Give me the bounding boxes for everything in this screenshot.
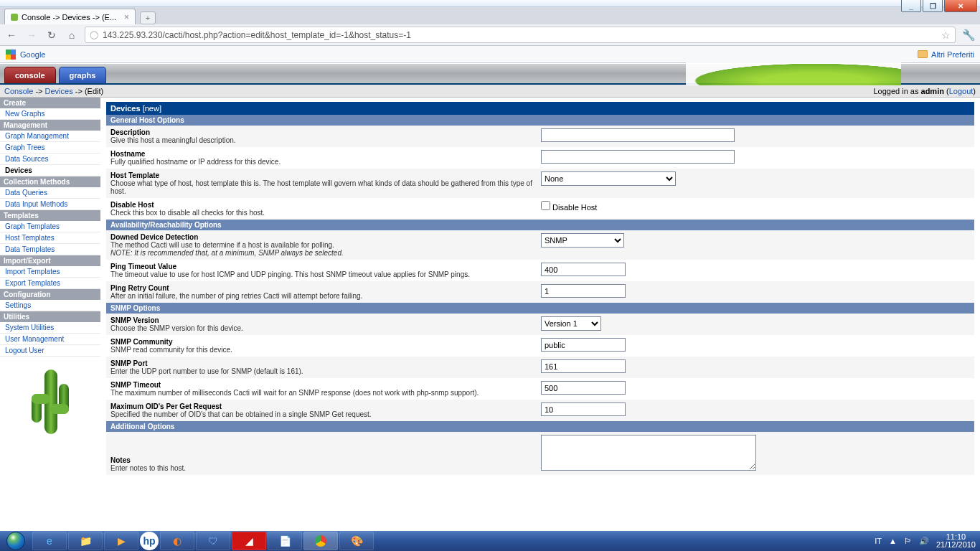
notes-textarea[interactable]	[541, 435, 756, 471]
new-tab-button[interactable]: +	[140, 11, 156, 24]
sidebar-item-data-sources[interactable]: Data Sources	[0, 154, 100, 165]
sidebar-item-new-graphs[interactable]: New Graphs	[0, 108, 100, 120]
window-maximize[interactable]: ❐	[923, 0, 943, 12]
ping-timeout-input[interactable]	[541, 263, 626, 276]
section-availability: Availability/Reachability Options	[106, 220, 974, 230]
sidebar-item-graph-management[interactable]: Graph Management	[0, 131, 100, 142]
reload-button[interactable]: ↻	[44, 28, 59, 42]
hostname-input[interactable]	[541, 150, 735, 164]
snmp-port-input[interactable]	[541, 359, 626, 373]
home-button[interactable]: ⌂	[65, 28, 79, 42]
logout-link[interactable]: Logout	[949, 87, 974, 95]
bookmark-other[interactable]: Altri Preferiti	[918, 50, 974, 59]
host-template-select[interactable]: None	[541, 171, 676, 186]
sidebar-item-user-management[interactable]: User Management	[0, 334, 100, 345]
windows-taskbar: e 📁 ▶ hp ◐ 🛡 ◢ 📄 🎨 IT ▲ 🏳 🔊 11:1021/12/2…	[0, 531, 980, 551]
task-notepad[interactable]: 📄	[268, 532, 302, 550]
label-ping-timeout: Ping Timeout Value	[110, 263, 532, 270]
downed-detection-select[interactable]: SNMP	[541, 233, 624, 248]
login-status: Logged in as admin (Logout)	[873, 87, 976, 95]
task-hp[interactable]: hp	[140, 532, 159, 550]
task-app1[interactable]: ◐	[160, 532, 194, 550]
tab-graphs[interactable]: graphs	[59, 67, 107, 83]
cacti-header: console graphs	[0, 63, 980, 85]
sidebar-header-management: Management	[0, 120, 100, 131]
browser-tab[interactable]: Console -> Devices -> (E... ×	[4, 9, 136, 24]
bookmarks-bar: Google Altri Preferiti	[0, 46, 980, 63]
volume-icon[interactable]: 🔊	[919, 537, 929, 546]
task-media[interactable]: ▶	[104, 532, 138, 550]
crumb-devices[interactable]: Devices	[45, 87, 73, 95]
favicon-icon	[11, 14, 18, 21]
max-oid-input[interactable]	[541, 402, 626, 416]
label-notes: Notes	[110, 456, 532, 464]
task-shield[interactable]: 🛡	[196, 532, 230, 550]
sidebar-item-graph-trees[interactable]: Graph Trees	[0, 142, 100, 154]
label-downed-detection: Downed Device Detection	[110, 233, 532, 241]
start-button[interactable]	[0, 531, 32, 551]
section-snmp: SNMP Options	[106, 303, 974, 314]
sidebar-item-export-templates[interactable]: Export Templates	[0, 278, 100, 289]
tab-console[interactable]: console	[4, 67, 56, 83]
bookmark-google[interactable]: Google	[6, 50, 45, 60]
snmp-timeout-input[interactable]	[541, 381, 626, 395]
label-max-oid: Maximum OID's Per Get Request	[110, 402, 532, 410]
section-additional: Additional Options	[106, 421, 974, 432]
tray-arrow-icon[interactable]: ▲	[889, 537, 897, 545]
task-paint[interactable]: 🎨	[339, 532, 374, 550]
task-chrome[interactable]	[303, 532, 338, 550]
crumb-console[interactable]: Console	[4, 87, 33, 95]
sidebar-item-devices[interactable]: Devices	[0, 165, 100, 176]
sidebar-item-settings[interactable]: Settings	[0, 300, 100, 311]
label-hostname: Hostname	[110, 150, 532, 158]
system-tray: IT ▲ 🏳 🔊 11:1021/12/2010	[875, 533, 980, 549]
section-general: General Host Options	[106, 115, 974, 126]
sidebar-header-create: Create	[0, 98, 100, 108]
sidebar-item-data-templates[interactable]: Data Templates	[0, 244, 100, 255]
page-title: Devices [new]	[106, 102, 974, 115]
label-description: Description	[110, 128, 532, 136]
window-minimize[interactable]: _	[901, 0, 921, 12]
windows-orb-icon	[6, 532, 25, 550]
label-host-template: Host Template	[110, 171, 532, 179]
task-explorer[interactable]: 📁	[68, 532, 103, 550]
disable-host-checkbox[interactable]	[541, 201, 550, 210]
sidebar-header-configuration: Configuration	[0, 289, 100, 300]
lang-indicator[interactable]: IT	[875, 537, 882, 545]
browser-tab-strip: Console -> Devices -> (E... × +	[0, 7, 980, 24]
globe-icon: ◯	[90, 30, 98, 39]
back-button[interactable]: ←	[4, 28, 19, 42]
browser-toolbar: ← → ↻ ⌂ ◯ 143.225.93.230/cacti/host.php?…	[0, 24, 980, 46]
sidebar-item-host-templates[interactable]: Host Templates	[0, 232, 100, 244]
sidebar-item-logout-user[interactable]: Logout User	[0, 345, 100, 357]
cacti-logo-icon	[29, 365, 72, 444]
sidebar-item-system-utilities[interactable]: System Utilities	[0, 322, 100, 334]
forward-button[interactable]: →	[24, 28, 39, 42]
sidebar-header-import-export: Import/Export	[0, 255, 100, 266]
sidebar-header-templates: Templates	[0, 210, 100, 221]
sidebar-item-graph-templates[interactable]: Graph Templates	[0, 221, 100, 232]
label-ping-retry: Ping Retry Count	[110, 284, 532, 292]
ping-retry-input[interactable]	[541, 284, 626, 298]
window-close[interactable]: ✕	[944, 0, 977, 12]
snmp-version-select[interactable]: Version 1	[541, 316, 601, 331]
window-titlebar: _ ❐ ✕	[0, 0, 980, 7]
task-ie[interactable]: e	[32, 532, 67, 550]
sidebar-item-data-input[interactable]: Data Input Methods	[0, 199, 100, 210]
label-snmp-version: SNMP Version	[110, 316, 532, 324]
sidebar-item-import-templates[interactable]: Import Templates	[0, 266, 100, 278]
description-input[interactable]	[541, 128, 735, 142]
sidebar-item-data-queries[interactable]: Data Queries	[0, 187, 100, 199]
snmp-community-input[interactable]	[541, 338, 626, 352]
address-bar[interactable]: ◯ 143.225.93.230/cacti/host.php?action=e…	[85, 27, 956, 43]
task-avira[interactable]: ◢	[232, 532, 266, 550]
breadcrumb: Console -> Devices -> (Edit) Logged in a…	[0, 85, 980, 98]
settings-wrench-icon[interactable]: 🔧	[961, 28, 976, 42]
network-icon[interactable]: 🏳	[904, 537, 912, 545]
clock[interactable]: 11:1021/12/2010	[936, 533, 976, 549]
label-snmp-port: SNMP Port	[110, 359, 532, 367]
bookmark-star-icon[interactable]: ☆	[941, 29, 951, 41]
tab-close-icon[interactable]: ×	[124, 12, 129, 22]
folder-icon	[918, 50, 928, 58]
label-snmp-community: SNMP Community	[110, 338, 532, 346]
